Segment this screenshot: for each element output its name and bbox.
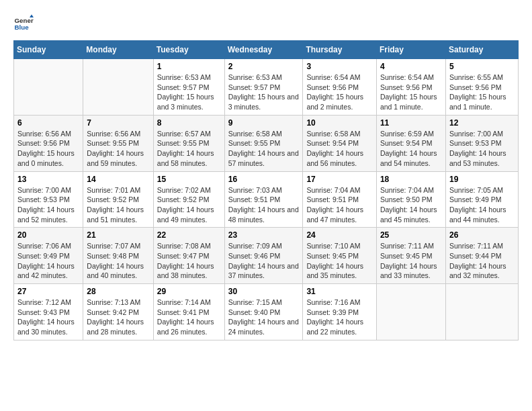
day-cell: 15 Sunrise: 7:02 AMSunset: 9:52 PMDaylig… xyxy=(153,171,224,228)
day-number: 7 xyxy=(87,118,149,128)
day-cell: 2 Sunrise: 6:53 AMSunset: 9:57 PMDayligh… xyxy=(224,59,303,116)
day-info: Sunrise: 6:57 AMSunset: 9:55 PMDaylight:… xyxy=(157,129,221,169)
day-number: 13 xyxy=(17,175,79,184)
day-cell xyxy=(376,284,445,340)
day-cell: 27 Sunrise: 7:12 AMSunset: 9:43 PMDaylig… xyxy=(14,284,83,340)
header-cell-thursday: Thursday xyxy=(303,41,377,59)
week-row-1: 1 Sunrise: 6:53 AMSunset: 9:57 PMDayligh… xyxy=(14,59,519,116)
day-cell: 18 Sunrise: 7:04 AMSunset: 9:50 PMDaylig… xyxy=(376,171,445,228)
day-number: 20 xyxy=(17,230,79,240)
day-info: Sunrise: 6:58 AMSunset: 9:55 PMDaylight:… xyxy=(228,129,300,169)
day-info: Sunrise: 7:09 AMSunset: 9:46 PMDaylight:… xyxy=(228,241,300,281)
day-cell: 17 Sunrise: 7:04 AMSunset: 9:51 PMDaylig… xyxy=(303,171,377,228)
day-cell: 23 Sunrise: 7:09 AMSunset: 9:46 PMDaylig… xyxy=(224,228,303,284)
svg-text:General: General xyxy=(15,17,34,24)
day-info: Sunrise: 7:05 AMSunset: 9:49 PMDaylight:… xyxy=(449,185,515,225)
day-info: Sunrise: 7:04 AMSunset: 9:51 PMDaylight:… xyxy=(306,185,373,225)
day-cell: 3 Sunrise: 6:54 AMSunset: 9:56 PMDayligh… xyxy=(303,59,377,116)
day-cell: 9 Sunrise: 6:58 AMSunset: 9:55 PMDayligh… xyxy=(224,115,303,171)
svg-text:Blue: Blue xyxy=(15,24,30,31)
day-info: Sunrise: 7:11 AMSunset: 9:45 PMDaylight:… xyxy=(380,241,442,281)
day-number: 29 xyxy=(157,287,221,296)
day-cell: 10 Sunrise: 6:58 AMSunset: 9:54 PMDaylig… xyxy=(303,115,377,171)
day-number: 22 xyxy=(157,230,221,240)
day-cell: 26 Sunrise: 7:11 AMSunset: 9:44 PMDaylig… xyxy=(445,228,518,284)
header-cell-sunday: Sunday xyxy=(14,41,83,59)
day-number: 31 xyxy=(306,287,373,296)
day-cell: 6 Sunrise: 6:56 AMSunset: 9:56 PMDayligh… xyxy=(14,115,83,171)
day-cell: 30 Sunrise: 7:15 AMSunset: 9:40 PMDaylig… xyxy=(224,284,303,340)
day-cell xyxy=(14,59,83,116)
day-info: Sunrise: 7:00 AMSunset: 9:53 PMDaylight:… xyxy=(449,129,515,169)
day-number: 30 xyxy=(228,287,300,296)
day-cell: 7 Sunrise: 6:56 AMSunset: 9:55 PMDayligh… xyxy=(83,115,153,171)
week-row-3: 13 Sunrise: 7:00 AMSunset: 9:53 PMDaylig… xyxy=(14,171,519,228)
day-cell: 11 Sunrise: 6:59 AMSunset: 9:54 PMDaylig… xyxy=(376,115,445,171)
day-info: Sunrise: 7:08 AMSunset: 9:47 PMDaylight:… xyxy=(157,241,221,281)
header-cell-friday: Friday xyxy=(376,41,445,59)
header-cell-tuesday: Tuesday xyxy=(153,41,224,59)
day-cell: 14 Sunrise: 7:01 AMSunset: 9:52 PMDaylig… xyxy=(83,171,153,228)
day-number: 2 xyxy=(228,62,300,71)
day-number: 11 xyxy=(380,118,442,128)
day-info: Sunrise: 7:11 AMSunset: 9:44 PMDaylight:… xyxy=(449,241,515,281)
day-info: Sunrise: 7:16 AMSunset: 9:39 PMDaylight:… xyxy=(306,298,373,337)
day-number: 23 xyxy=(228,230,300,240)
day-info: Sunrise: 6:53 AMSunset: 9:57 PMDaylight:… xyxy=(228,73,300,112)
day-number: 5 xyxy=(449,62,515,71)
day-cell: 22 Sunrise: 7:08 AMSunset: 9:47 PMDaylig… xyxy=(153,228,224,284)
day-info: Sunrise: 7:14 AMSunset: 9:41 PMDaylight:… xyxy=(157,298,221,337)
day-info: Sunrise: 7:00 AMSunset: 9:53 PMDaylight:… xyxy=(17,185,79,225)
week-row-4: 20 Sunrise: 7:06 AMSunset: 9:49 PMDaylig… xyxy=(14,228,519,284)
day-number: 27 xyxy=(17,287,79,296)
day-number: 15 xyxy=(157,175,221,184)
day-number: 28 xyxy=(87,287,149,296)
day-cell: 31 Sunrise: 7:16 AMSunset: 9:39 PMDaylig… xyxy=(303,284,377,340)
day-number: 3 xyxy=(306,62,373,71)
day-info: Sunrise: 6:53 AMSunset: 9:57 PMDaylight:… xyxy=(157,73,221,112)
week-row-5: 27 Sunrise: 7:12 AMSunset: 9:43 PMDaylig… xyxy=(14,284,519,340)
day-number: 18 xyxy=(380,175,442,184)
day-info: Sunrise: 7:01 AMSunset: 9:52 PMDaylight:… xyxy=(87,185,149,225)
day-number: 26 xyxy=(449,230,515,240)
day-cell: 29 Sunrise: 7:14 AMSunset: 9:41 PMDaylig… xyxy=(153,284,224,340)
day-info: Sunrise: 6:54 AMSunset: 9:56 PMDaylight:… xyxy=(380,73,442,112)
day-number: 8 xyxy=(157,118,221,128)
day-cell: 12 Sunrise: 7:00 AMSunset: 9:53 PMDaylig… xyxy=(445,115,518,171)
day-info: Sunrise: 6:56 AMSunset: 9:55 PMDaylight:… xyxy=(87,129,149,169)
day-info: Sunrise: 6:59 AMSunset: 9:54 PMDaylight:… xyxy=(380,129,442,169)
day-number: 4 xyxy=(380,62,442,71)
day-cell: 19 Sunrise: 7:05 AMSunset: 9:49 PMDaylig… xyxy=(445,171,518,228)
day-number: 25 xyxy=(380,230,442,240)
day-info: Sunrise: 6:58 AMSunset: 9:54 PMDaylight:… xyxy=(306,129,373,169)
day-cell: 8 Sunrise: 6:57 AMSunset: 9:55 PMDayligh… xyxy=(153,115,224,171)
day-cell: 5 Sunrise: 6:55 AMSunset: 9:56 PMDayligh… xyxy=(445,59,518,116)
day-cell: 21 Sunrise: 7:07 AMSunset: 9:48 PMDaylig… xyxy=(83,228,153,284)
day-number: 14 xyxy=(87,175,149,184)
day-cell: 20 Sunrise: 7:06 AMSunset: 9:49 PMDaylig… xyxy=(14,228,83,284)
day-info: Sunrise: 7:10 AMSunset: 9:45 PMDaylight:… xyxy=(306,241,373,281)
svg-marker-2 xyxy=(30,15,34,18)
day-info: Sunrise: 7:13 AMSunset: 9:42 PMDaylight:… xyxy=(87,298,149,337)
day-number: 9 xyxy=(228,118,300,128)
day-info: Sunrise: 7:02 AMSunset: 9:52 PMDaylight:… xyxy=(157,185,221,225)
day-cell: 16 Sunrise: 7:03 AMSunset: 9:51 PMDaylig… xyxy=(224,171,303,228)
logo: General Blue xyxy=(13,13,34,34)
day-info: Sunrise: 6:54 AMSunset: 9:56 PMDaylight:… xyxy=(306,73,373,112)
day-cell: 13 Sunrise: 7:00 AMSunset: 9:53 PMDaylig… xyxy=(14,171,83,228)
day-info: Sunrise: 7:04 AMSunset: 9:50 PMDaylight:… xyxy=(380,185,442,225)
day-info: Sunrise: 7:12 AMSunset: 9:43 PMDaylight:… xyxy=(17,298,79,337)
logo-icon: General Blue xyxy=(13,13,34,34)
day-info: Sunrise: 7:03 AMSunset: 9:51 PMDaylight:… xyxy=(228,185,300,225)
day-cell: 28 Sunrise: 7:13 AMSunset: 9:42 PMDaylig… xyxy=(83,284,153,340)
day-number: 17 xyxy=(306,175,373,184)
calendar-table: SundayMondayTuesdayWednesdayThursdayFrid… xyxy=(13,40,519,340)
day-info: Sunrise: 7:06 AMSunset: 9:49 PMDaylight:… xyxy=(17,241,79,281)
header-cell-saturday: Saturday xyxy=(445,41,518,59)
day-cell xyxy=(83,59,153,116)
day-info: Sunrise: 6:56 AMSunset: 9:56 PMDaylight:… xyxy=(17,129,79,169)
day-cell: 1 Sunrise: 6:53 AMSunset: 9:57 PMDayligh… xyxy=(153,59,224,116)
day-info: Sunrise: 6:55 AMSunset: 9:56 PMDaylight:… xyxy=(449,73,515,112)
day-number: 1 xyxy=(157,62,221,71)
day-number: 6 xyxy=(17,118,79,128)
